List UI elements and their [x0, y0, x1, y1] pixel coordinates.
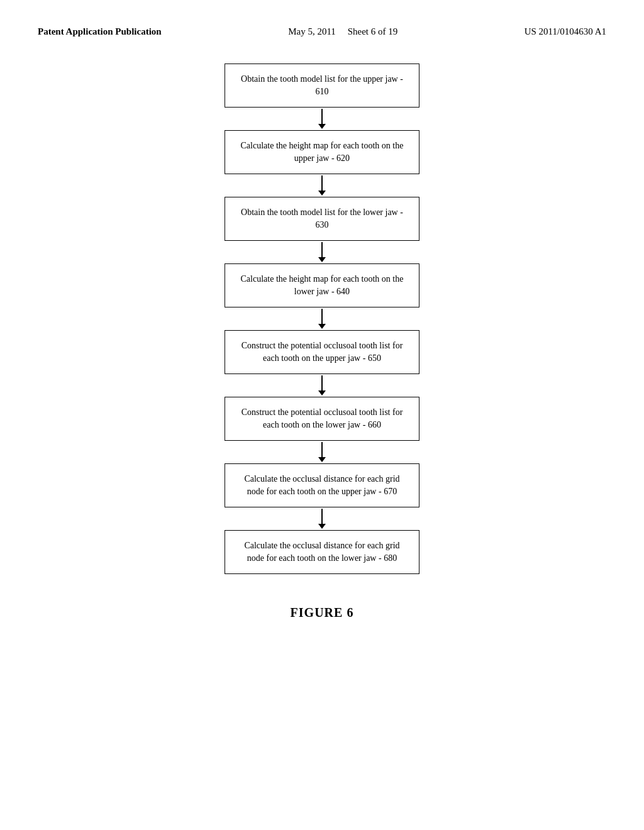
page: Patent Application Publication May 5, 20… — [0, 0, 644, 830]
header-left: Patent Application Publication — [38, 25, 162, 38]
flow-box-630-text: Obtain the tooth model list for the lowe… — [235, 206, 409, 231]
arrow-head-4 — [318, 324, 326, 329]
flow-box-670: Calculate the occlusal distance for each… — [225, 463, 419, 507]
flow-box-680-text: Calculate the occlusal distance for each… — [235, 540, 409, 564]
date-label: May 5, 2011 — [288, 26, 336, 36]
flow-box-630: Obtain the tooth model list for the lowe… — [225, 197, 419, 241]
flow-box-650: Construct the potential occlusoal tooth … — [225, 330, 419, 374]
arrow-line-4 — [321, 309, 323, 324]
flow-box-610-text: Obtain the tooth model list for the uppe… — [235, 73, 409, 97]
flow-box-670-text: Calculate the occlusal distance for each… — [235, 473, 409, 497]
arrow-3 — [318, 241, 326, 263]
arrow-head-7 — [318, 524, 326, 529]
arrow-head-3 — [318, 257, 326, 262]
arrow-line-7 — [321, 509, 323, 524]
arrow-2 — [318, 174, 326, 197]
flow-box-610: Obtain the tooth model list for the uppe… — [225, 64, 419, 108]
arrow-line-5 — [321, 375, 323, 390]
header-right: US 2011/0104630 A1 — [525, 25, 606, 38]
publication-label: Patent Application Publication — [38, 26, 162, 36]
header: Patent Application Publication May 5, 20… — [38, 25, 606, 38]
arrow-line-6 — [321, 442, 323, 457]
arrow-head-2 — [318, 191, 326, 196]
flow-box-660: Construct the potential occlusoal tooth … — [225, 397, 419, 441]
arrow-line-3 — [321, 242, 323, 257]
patent-number: US 2011/0104630 A1 — [525, 26, 606, 36]
flow-box-650-text: Construct the potential occlusoal tooth … — [235, 340, 409, 364]
arrow-4 — [318, 307, 326, 330]
arrow-6 — [318, 441, 326, 463]
flow-box-660-text: Construct the potential occlusoal tooth … — [235, 406, 409, 431]
figure-label: FIGURE 6 — [38, 606, 606, 620]
arrow-head-5 — [318, 390, 326, 396]
arrow-line-2 — [321, 175, 323, 191]
flow-box-640-text: Calculate the height map for each tooth … — [235, 273, 409, 297]
arrow-head-1 — [318, 124, 326, 129]
arrow-7 — [318, 507, 326, 530]
header-center: May 5, 2011 Sheet 6 of 19 — [288, 25, 397, 38]
flow-box-680: Calculate the occlusal distance for each… — [225, 530, 419, 574]
flowchart: Obtain the tooth model list for the uppe… — [38, 64, 606, 574]
arrow-line-1 — [321, 109, 323, 124]
sheet-label: Sheet 6 of 19 — [348, 26, 398, 36]
arrow-1 — [318, 108, 326, 130]
arrow-5 — [318, 374, 326, 397]
flow-box-620: Calculate the height map for each tooth … — [225, 130, 419, 174]
flow-box-640: Calculate the height map for each tooth … — [225, 263, 419, 307]
flow-box-620-text: Calculate the height map for each tooth … — [235, 140, 409, 164]
arrow-head-6 — [318, 457, 326, 462]
